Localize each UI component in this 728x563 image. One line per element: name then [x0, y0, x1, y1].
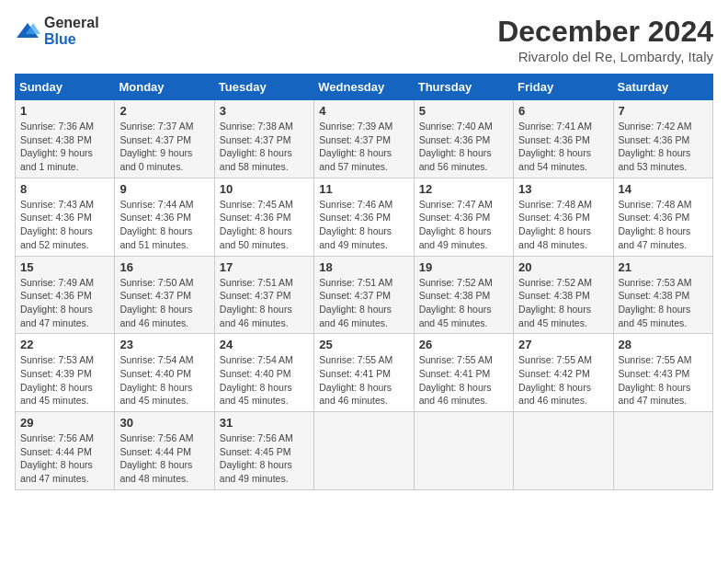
calendar-cell: 20Sunrise: 7:52 AMSunset: 4:38 PMDayligh… [514, 256, 613, 334]
calendar-cell: 12Sunrise: 7:47 AMSunset: 4:36 PMDayligh… [414, 178, 513, 256]
main-title: December 2024 [497, 15, 713, 49]
day-number: 6 [518, 104, 608, 118]
day-detail: Sunrise: 7:55 AMSunset: 4:43 PMDaylight:… [619, 354, 692, 406]
day-number: 2 [119, 104, 209, 118]
day-detail: Sunrise: 7:36 AMSunset: 4:38 PMDaylight:… [20, 121, 94, 172]
day-number: 21 [619, 260, 708, 274]
day-detail: Sunrise: 7:43 AMSunset: 4:36 PMDaylight:… [20, 199, 94, 250]
week-row-5: 29Sunrise: 7:56 AMSunset: 4:44 PMDayligh… [16, 412, 713, 490]
day-detail: Sunrise: 7:51 AMSunset: 4:37 PMDaylight:… [319, 277, 392, 328]
day-detail: Sunrise: 7:52 AMSunset: 4:38 PMDaylight:… [419, 277, 493, 328]
day-detail: Sunrise: 7:56 AMSunset: 4:44 PMDaylight:… [20, 432, 94, 484]
day-detail: Sunrise: 7:55 AMSunset: 4:42 PMDaylight:… [518, 354, 592, 406]
day-detail: Sunrise: 7:52 AMSunset: 4:38 PMDaylight:… [518, 277, 592, 328]
day-detail: Sunrise: 7:46 AMSunset: 4:36 PMDaylight:… [319, 199, 392, 250]
week-row-2: 8Sunrise: 7:43 AMSunset: 4:36 PMDaylight… [16, 178, 713, 256]
calendar-cell: 30Sunrise: 7:56 AMSunset: 4:44 PMDayligh… [115, 412, 214, 490]
col-header-sunday: Sunday [16, 75, 115, 100]
col-header-monday: Monday [115, 75, 214, 100]
logo-blue-text: Blue [44, 31, 76, 47]
day-detail: Sunrise: 7:55 AMSunset: 4:41 PMDaylight:… [319, 354, 392, 406]
day-detail: Sunrise: 7:54 AMSunset: 4:40 PMDaylight:… [119, 354, 193, 406]
day-number: 17 [220, 260, 309, 274]
day-number: 10 [220, 182, 309, 196]
col-header-saturday: Saturday [613, 75, 712, 100]
logo-icon [15, 21, 40, 41]
calendar-cell: 17Sunrise: 7:51 AMSunset: 4:37 PMDayligh… [214, 256, 313, 334]
calendar-cell: 25Sunrise: 7:55 AMSunset: 4:41 PMDayligh… [314, 334, 414, 412]
day-number: 22 [20, 338, 109, 351]
day-detail: Sunrise: 7:44 AMSunset: 4:36 PMDaylight:… [119, 199, 193, 250]
page-header: General Blue December 2024 Rivarolo del … [15, 15, 713, 64]
calendar-cell: 19Sunrise: 7:52 AMSunset: 4:38 PMDayligh… [414, 256, 513, 334]
calendar-cell: 7Sunrise: 7:42 AMSunset: 4:36 PMDaylight… [613, 100, 712, 178]
calendar-cell [314, 412, 414, 490]
day-number: 27 [518, 338, 608, 351]
day-detail: Sunrise: 7:53 AMSunset: 4:38 PMDaylight:… [619, 277, 692, 328]
day-number: 11 [319, 182, 408, 196]
title-area: December 2024 Rivarolo del Re, Lombardy,… [497, 15, 713, 64]
calendar-cell [613, 412, 712, 490]
calendar-cell: 13Sunrise: 7:48 AMSunset: 4:36 PMDayligh… [514, 178, 613, 256]
calendar-cell: 4Sunrise: 7:39 AMSunset: 4:37 PMDaylight… [314, 100, 414, 178]
calendar-cell: 27Sunrise: 7:55 AMSunset: 4:42 PMDayligh… [514, 334, 613, 412]
calendar-cell: 8Sunrise: 7:43 AMSunset: 4:36 PMDaylight… [16, 178, 115, 256]
day-number: 5 [419, 104, 508, 118]
col-header-tuesday: Tuesday [214, 75, 313, 100]
calendar-cell: 26Sunrise: 7:55 AMSunset: 4:41 PMDayligh… [414, 334, 513, 412]
day-number: 26 [419, 338, 508, 351]
col-header-friday: Friday [514, 75, 613, 100]
day-detail: Sunrise: 7:41 AMSunset: 4:36 PMDaylight:… [518, 121, 592, 172]
calendar-cell: 14Sunrise: 7:48 AMSunset: 4:36 PMDayligh… [613, 178, 712, 256]
day-number: 14 [619, 182, 708, 196]
calendar-cell [414, 412, 513, 490]
day-number: 15 [20, 260, 109, 274]
day-number: 3 [220, 104, 309, 118]
day-number: 16 [119, 260, 209, 274]
day-number: 7 [619, 104, 708, 118]
day-detail: Sunrise: 7:38 AMSunset: 4:37 PMDaylight:… [220, 121, 293, 172]
day-detail: Sunrise: 7:42 AMSunset: 4:36 PMDaylight:… [619, 121, 692, 172]
day-number: 24 [220, 338, 309, 351]
calendar-cell: 9Sunrise: 7:44 AMSunset: 4:36 PMDaylight… [115, 178, 214, 256]
col-header-thursday: Thursday [414, 75, 513, 100]
day-detail: Sunrise: 7:53 AMSunset: 4:39 PMDaylight:… [20, 354, 94, 406]
day-detail: Sunrise: 7:49 AMSunset: 4:36 PMDaylight:… [20, 277, 94, 328]
day-number: 23 [119, 338, 209, 351]
day-detail: Sunrise: 7:51 AMSunset: 4:37 PMDaylight:… [220, 277, 293, 328]
day-detail: Sunrise: 7:54 AMSunset: 4:40 PMDaylight:… [220, 354, 293, 406]
calendar-cell: 15Sunrise: 7:49 AMSunset: 4:36 PMDayligh… [16, 256, 115, 334]
calendar-cell: 16Sunrise: 7:50 AMSunset: 4:37 PMDayligh… [115, 256, 214, 334]
calendar-cell: 31Sunrise: 7:56 AMSunset: 4:45 PMDayligh… [214, 412, 313, 490]
calendar-cell: 2Sunrise: 7:37 AMSunset: 4:37 PMDaylight… [115, 100, 214, 178]
calendar-cell: 29Sunrise: 7:56 AMSunset: 4:44 PMDayligh… [16, 412, 115, 490]
day-detail: Sunrise: 7:40 AMSunset: 4:36 PMDaylight:… [419, 121, 493, 172]
day-detail: Sunrise: 7:56 AMSunset: 4:45 PMDaylight:… [220, 432, 293, 484]
calendar-cell: 18Sunrise: 7:51 AMSunset: 4:37 PMDayligh… [314, 256, 414, 334]
day-number: 31 [220, 416, 309, 430]
calendar-cell: 5Sunrise: 7:40 AMSunset: 4:36 PMDaylight… [414, 100, 513, 178]
day-number: 29 [20, 416, 109, 430]
day-number: 18 [319, 260, 408, 274]
calendar-cell: 22Sunrise: 7:53 AMSunset: 4:39 PMDayligh… [16, 334, 115, 412]
day-number: 9 [119, 182, 209, 196]
day-detail: Sunrise: 7:56 AMSunset: 4:44 PMDaylight:… [119, 432, 193, 484]
calendar-cell: 3Sunrise: 7:38 AMSunset: 4:37 PMDaylight… [214, 100, 313, 178]
day-number: 30 [119, 416, 209, 430]
day-detail: Sunrise: 7:47 AMSunset: 4:36 PMDaylight:… [419, 199, 493, 250]
day-number: 8 [20, 182, 109, 196]
calendar-header-row: SundayMondayTuesdayWednesdayThursdayFrid… [16, 75, 713, 100]
calendar-cell: 10Sunrise: 7:45 AMSunset: 4:36 PMDayligh… [214, 178, 313, 256]
calendar-cell: 21Sunrise: 7:53 AMSunset: 4:38 PMDayligh… [613, 256, 712, 334]
day-detail: Sunrise: 7:37 AMSunset: 4:37 PMDaylight:… [119, 121, 193, 172]
calendar-cell [514, 412, 613, 490]
day-detail: Sunrise: 7:48 AMSunset: 4:36 PMDaylight:… [518, 199, 592, 250]
calendar-table: SundayMondayTuesdayWednesdayThursdayFrid… [15, 74, 713, 490]
day-detail: Sunrise: 7:39 AMSunset: 4:37 PMDaylight:… [319, 121, 392, 172]
calendar-cell: 1Sunrise: 7:36 AMSunset: 4:38 PMDaylight… [16, 100, 115, 178]
calendar-cell: 23Sunrise: 7:54 AMSunset: 4:40 PMDayligh… [115, 334, 214, 412]
calendar-cell: 11Sunrise: 7:46 AMSunset: 4:36 PMDayligh… [314, 178, 414, 256]
day-detail: Sunrise: 7:45 AMSunset: 4:36 PMDaylight:… [220, 199, 293, 250]
day-detail: Sunrise: 7:55 AMSunset: 4:41 PMDaylight:… [419, 354, 493, 406]
week-row-4: 22Sunrise: 7:53 AMSunset: 4:39 PMDayligh… [16, 334, 713, 412]
